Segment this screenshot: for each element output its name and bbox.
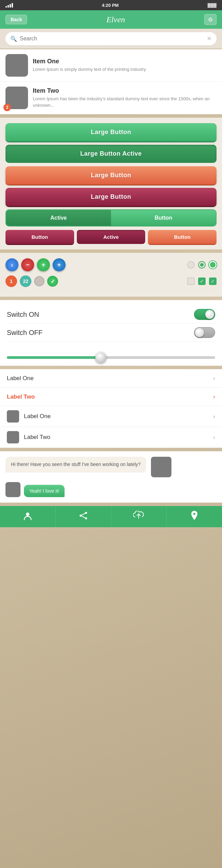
search-input[interactable] [20,36,204,42]
large-orange-button[interactable]: Large Button [5,166,217,184]
list-item[interactable]: 2 Item Two Lorem Ipsum has been the indu… [0,82,222,114]
split-button-button[interactable]: Button [111,210,216,226]
list-section: Item One Lorem Ipsum is simply dummy tex… [0,49,222,114]
small-button-row: Button Active Button [5,230,217,244]
nav-bar: Back Elven ⚙ [0,10,222,29]
chat-bubble-right: Yeah! I love it! [24,485,65,497]
chat-avatar-left [5,482,20,497]
slider-track [7,356,215,359]
controls-row-2: 1 22 ✓ ✓ ✓ [5,275,217,287]
tab-profile[interactable] [0,506,56,527]
search-clear-icon[interactable]: ✕ [207,35,212,42]
search-icon: 🔍 [10,36,17,42]
large-green-active-button[interactable]: Large Button Active [5,145,217,163]
chat-avatar-right [151,457,171,477]
label-two-text: Label Two [7,393,35,400]
split-active-button[interactable]: Active [6,210,111,226]
chevron-right-button[interactable]: › [5,258,18,271]
chevron-icon-3: › [213,413,215,420]
switch-on-label: Switch ON [7,311,39,319]
chat-right-row: Yeah! I love it! [5,482,217,497]
item-thumbnail: 2 [5,87,28,109]
plus-circle-button[interactable]: + [53,258,66,271]
radio-unselected-1[interactable] [187,261,195,269]
plus-button[interactable]: + [37,258,50,271]
label-one-text: Label One [7,375,33,382]
search-box: 🔍 ✕ [5,32,217,45]
svg-point-3 [85,517,87,519]
svg-line-4 [82,514,85,515]
tab-upload[interactable] [111,506,167,527]
svg-point-0 [26,513,29,516]
gray-circle [34,276,44,286]
battery-icon: ▓▓▓ [208,3,217,8]
nav-title: Elven [106,15,125,24]
controls-section: › − + + 1 22 ✓ ✓ ✓ [0,253,222,297]
label-icon-two-text: Label Two [24,434,50,441]
radio-active-full[interactable] [209,261,217,269]
badge-count: 2 [3,104,11,111]
location-icon [190,510,198,523]
label-icon-two-row[interactable]: Label Two › [0,427,222,448]
checkbox-checked-1[interactable]: ✓ [198,277,206,285]
small-active-button[interactable]: Active [77,230,145,244]
svg-point-2 [80,515,82,517]
labels-section: Label One › Label Two › Label One › Labe… [0,369,222,448]
label-icon-2 [7,431,19,443]
svg-point-1 [85,512,87,514]
item-title: Item Two [33,87,217,94]
list-item[interactable]: Item One Lorem Ipsum is simply dummy tex… [0,49,222,82]
item-desc: Lorem Ipsum is simply dummy text of the … [33,66,146,73]
label-icon-one-text: Label One [24,413,51,420]
radio-selected[interactable] [198,261,206,269]
label-icon-1 [7,410,19,423]
chat-bubble-left: Hi there! Have you seen the stuff I've b… [5,457,146,472]
tab-share[interactable] [56,506,111,527]
back-button[interactable]: Back [5,15,27,24]
badge-22: 22 [20,275,31,287]
split-button-row: Active Button [5,209,217,226]
settings-button[interactable]: ⚙ [204,14,217,25]
gear-icon: ⚙ [208,16,213,23]
search-section: 🔍 ✕ [0,29,222,49]
switch-off-label: Switch OFF [7,329,42,337]
chevron-icon-2: › [213,393,215,400]
svg-point-7 [193,513,195,515]
chat-section: Hi there! Have you seen the stuff I've b… [0,451,222,503]
chevron-icon-4: › [213,434,215,441]
switches-section: Switch ON Switch OFF [0,300,222,347]
slider-section [0,347,222,366]
label-icon-one-row[interactable]: Label One › [0,406,222,427]
large-green-button[interactable]: Large Button [5,123,217,141]
tab-location[interactable] [167,506,222,527]
switch-off-toggle[interactable] [194,327,215,338]
item-title: Item One [33,58,146,65]
chevron-icon-1: › [213,375,215,382]
status-time: 4:20 PM [102,3,119,8]
switch-on-toggle[interactable] [194,309,215,320]
small-button-1[interactable]: Button [5,230,74,244]
checkbox-checked-2[interactable]: ✓ [209,277,217,285]
item-desc: Lorem Ipsum has been the industry's stan… [33,96,217,108]
switch-on-row: Switch ON [7,306,215,324]
controls-row-1: › − + + [5,258,217,271]
tab-bar [0,506,222,527]
cloud-upload-icon [133,511,144,522]
minus-button[interactable]: − [21,258,34,271]
checkbox-unchecked[interactable] [187,277,195,285]
item-thumbnail [5,54,28,77]
label-two-row[interactable]: Label Two › [0,388,222,406]
share-icon [79,511,88,522]
small-button-3[interactable]: Button [148,230,217,244]
switch-off-row: Switch OFF [7,324,215,342]
label-one-row[interactable]: Label One › [0,369,222,388]
large-red-button[interactable]: Large Button [5,188,217,206]
status-bar: 4:20 PM ▓▓▓ [0,0,222,10]
checkmark-circle[interactable]: ✓ [47,276,58,287]
buttons-section: Large Button Large Button Active Large B… [0,118,222,249]
slider-thumb[interactable] [95,352,106,363]
svg-line-5 [82,516,85,518]
badge-1: 1 [5,275,17,287]
signal-icon [5,3,13,8]
profile-icon [23,511,32,522]
